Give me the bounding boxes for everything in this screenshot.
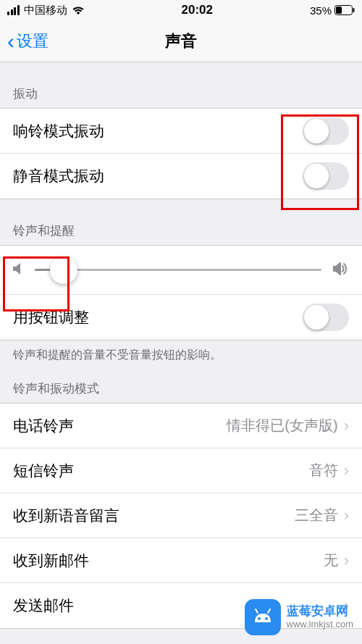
silent-vibrate-switch[interactable] <box>303 162 349 190</box>
voicemail-row[interactable]: 收到新语音留言 三全音 › <box>0 493 362 538</box>
watermark: 蓝莓安卓网 www.lmkjst.com <box>245 599 353 635</box>
ring-vibrate-label: 响铃模式振动 <box>13 121 104 141</box>
patterns-group: 电话铃声 情非得已(女声版) › 短信铃声 音符 › 收到新语音留言 三全音 ›… <box>0 403 362 629</box>
volume-slider-row <box>0 246 362 295</box>
button-adjust-switch[interactable] <box>303 304 349 331</box>
watermark-title: 蓝莓安卓网 <box>287 604 353 619</box>
new-mail-row[interactable]: 收到新邮件 无 › <box>0 538 362 583</box>
new-mail-value: 无 <box>324 551 338 570</box>
ringtone-label: 电话铃声 <box>13 416 74 436</box>
ringtone-row[interactable]: 电话铃声 情非得已(女声版) › <box>0 403 362 448</box>
button-adjust-row: 用按钮调整 <box>0 295 362 340</box>
chevron-right-icon: › <box>344 461 349 480</box>
battery-icon <box>334 5 355 15</box>
svg-line-6 <box>268 609 270 613</box>
section-header-patterns: 铃声和振动模式 <box>0 366 362 403</box>
volume-slider[interactable] <box>35 269 321 271</box>
silent-vibrate-label: 静音模式振动 <box>13 166 104 186</box>
voicemail-value: 三全音 <box>295 506 338 525</box>
vibration-group: 响铃模式振动 静音模式振动 <box>0 108 362 199</box>
silent-vibrate-row: 静音模式振动 <box>0 154 362 198</box>
svg-point-4 <box>265 617 268 620</box>
text-tone-value: 音符 <box>309 461 338 480</box>
ringer-group: 用按钮调整 <box>0 245 362 340</box>
time-label: 20:02 <box>181 3 212 17</box>
chevron-right-icon: › <box>344 551 349 570</box>
button-adjust-label: 用按钮调整 <box>13 307 89 327</box>
svg-line-5 <box>256 609 258 613</box>
page-title: 声音 <box>165 30 197 52</box>
nav-bar: ‹ 设置 声音 <box>0 20 362 62</box>
wifi-icon <box>72 5 85 15</box>
svg-rect-1 <box>336 7 342 14</box>
ringtone-value: 情非得已(女声版) <box>227 416 337 435</box>
chevron-right-icon: › <box>344 417 349 435</box>
voicemail-label: 收到新语音留言 <box>13 506 119 526</box>
chevron-left-icon: ‹ <box>7 30 14 52</box>
ring-vibrate-row: 响铃模式振动 <box>0 109 362 154</box>
slider-thumb[interactable] <box>50 256 77 284</box>
text-tone-row[interactable]: 短信铃声 音符 › <box>0 448 362 493</box>
watermark-icon <box>245 599 281 635</box>
volume-high-icon <box>333 262 349 278</box>
svg-point-3 <box>258 617 261 620</box>
status-bar: 中国移动 20:02 35% <box>0 0 362 20</box>
svg-rect-2 <box>353 8 354 12</box>
battery-percent: 35% <box>310 4 332 17</box>
signal-icon <box>7 5 20 15</box>
back-label: 设置 <box>17 30 49 52</box>
ring-vibrate-switch[interactable] <box>303 117 349 145</box>
text-tone-label: 短信铃声 <box>13 461 74 481</box>
ringer-footer: 铃声和提醒的音量不受音量按钮的影响。 <box>0 340 362 366</box>
new-mail-label: 收到新邮件 <box>13 551 89 571</box>
sent-mail-label: 发送邮件 <box>13 595 74 616</box>
volume-low-icon <box>13 262 23 278</box>
section-header-ringer: 铃声和提醒 <box>0 199 362 245</box>
section-header-vibration: 振动 <box>0 62 362 108</box>
back-button[interactable]: ‹ 设置 <box>7 30 49 52</box>
watermark-url: www.lmkjst.com <box>287 619 353 630</box>
carrier-label: 中国移动 <box>24 4 67 17</box>
chevron-right-icon: › <box>344 506 349 525</box>
